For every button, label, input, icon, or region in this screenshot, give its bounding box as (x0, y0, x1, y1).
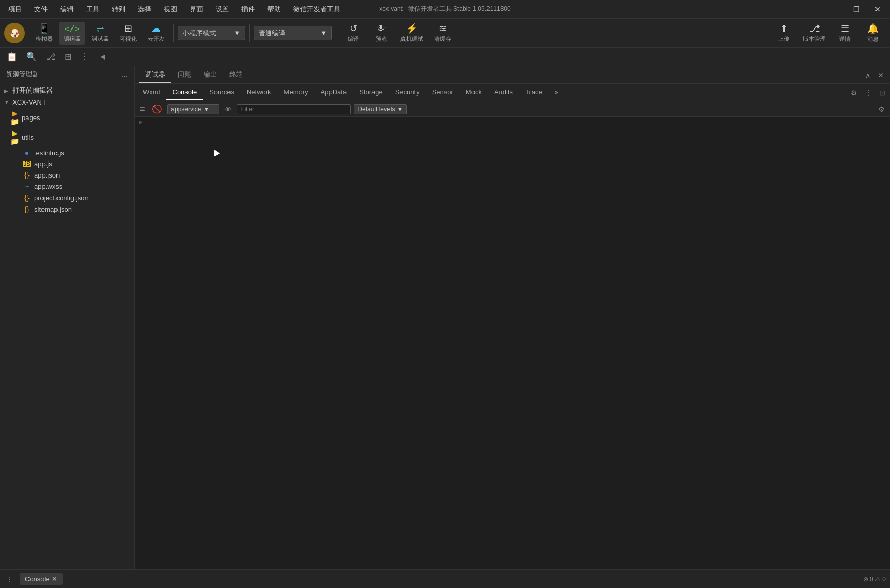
menu-help[interactable]: 帮助 (265, 4, 283, 15)
preview-button[interactable]: 👁 预览 (368, 21, 394, 45)
minimize-button[interactable]: — (828, 4, 842, 14)
sidebar-more-button[interactable]: ... (121, 69, 128, 79)
tree-item-app-wxss[interactable]: ~ app.wxss (0, 181, 134, 192)
detail-label: 详情 (839, 35, 851, 43)
status-more-button[interactable]: ⋮ (4, 574, 16, 584)
tree-item-utils[interactable]: ▶ 📁 utils (0, 127, 134, 147)
maximize-button[interactable]: ❐ (850, 4, 863, 14)
tab-debugger[interactable]: 调试器 (139, 67, 171, 83)
appservice-arrow: ▼ (203, 106, 209, 113)
iconbar-grid[interactable]: ⊞ (62, 50, 74, 63)
menu-edit[interactable]: 编辑 (58, 4, 76, 15)
devtools-tabs: Wxml Console Sources Network Memory AppD… (135, 84, 890, 101)
menu-view[interactable]: 视图 (162, 4, 179, 15)
menu-select[interactable]: 选择 (136, 4, 153, 15)
devtools-tab-sensor[interactable]: Sensor (426, 85, 460, 100)
tree-item-sitemap[interactable]: {} sitemap.json (0, 203, 134, 215)
tab-output[interactable]: 输出 (197, 67, 223, 83)
tree-item-project-config[interactable]: {} project.config.json (0, 192, 134, 203)
devtools-tab-sources[interactable]: Sources (203, 85, 240, 100)
section-open-editors[interactable]: ▶ 打开的编辑器 (0, 84, 134, 97)
menu-project[interactable]: 项目 (6, 4, 24, 15)
tree-item-app-json[interactable]: {} app.json (0, 169, 134, 181)
tab-issue[interactable]: 问题 (171, 67, 197, 83)
sidebar-header: 资源管理器 ... (0, 66, 134, 82)
toolbar-divider-2 (249, 24, 250, 42)
chevron-open-editors: ▶ (4, 88, 10, 94)
level-value: Default levels (357, 106, 395, 113)
mode-selector[interactable]: 小程序模式 ▼ (178, 26, 245, 40)
editor-icon: </> (65, 24, 80, 34)
json-icon-1: {} (23, 171, 31, 179)
filter-input[interactable] (237, 104, 351, 114)
appservice-selector[interactable]: appservice ▼ (167, 104, 219, 114)
level-arrow: ▼ (397, 106, 403, 113)
menu-file[interactable]: 文件 (32, 4, 50, 15)
menu-goto[interactable]: 转到 (110, 4, 127, 15)
panel-close-button[interactable]: ✕ (875, 70, 886, 80)
devtools-tab-network[interactable]: Network (240, 85, 278, 100)
notification-button[interactable]: 🔔 消息 (860, 21, 886, 45)
devtools-tab-security[interactable]: Security (389, 85, 426, 100)
iconbar-search[interactable]: 🔍 (24, 50, 39, 63)
clear-cache-button[interactable]: ≋ 清缓存 (429, 21, 455, 45)
devtools-more-button[interactable]: ⋮ (862, 87, 874, 98)
menu-interface[interactable]: 界面 (188, 4, 205, 15)
real-debug-icon: ⚡ (406, 23, 418, 34)
cloud-tool[interactable]: ☁ 云开发 (143, 21, 169, 45)
iconbar-back[interactable]: ◄ (96, 51, 109, 63)
tab-terminal[interactable]: 终端 (223, 67, 249, 83)
json-icon-2: {} (23, 194, 31, 202)
version-button[interactable]: ⎇ 版本管理 (799, 21, 830, 45)
console-toolbar-right: ⚙ (876, 105, 887, 113)
section-xcx-vant[interactable]: ▼ XCX-VANT (0, 97, 134, 108)
upload-button[interactable]: ⬆ 上传 (771, 21, 797, 45)
devtools-expand-button[interactable]: ⊡ (877, 87, 888, 98)
devtools-tab-console[interactable]: Console (166, 85, 204, 100)
visual-tool[interactable]: ⊞ 可视化 (115, 21, 141, 45)
console-settings-button[interactable]: ⚙ (876, 104, 887, 114)
upload-label: 上传 (778, 35, 789, 43)
devtools-tab-mock[interactable]: Mock (460, 85, 488, 100)
menu-plugin[interactable]: 插件 (239, 4, 257, 15)
devtools-tab-memory[interactable]: Memory (278, 85, 314, 100)
devtools-tab-storage[interactable]: Storage (353, 85, 389, 100)
tree-item-pages[interactable]: ▶ 📁 pages (0, 108, 134, 127)
compile-button[interactable]: ↺ 编译 (340, 21, 366, 45)
preview-label: 预览 (376, 35, 387, 43)
wxss-icon: ~ (23, 182, 31, 190)
status-bar: ⋮ Console ✕ ⊗ 0 ⚠ 0 (0, 569, 890, 588)
compile-label: 编译 (348, 35, 359, 43)
menu-wechat-devtools[interactable]: 微信开发者工具 (291, 4, 342, 15)
compile-selector[interactable]: 普通编译 ▼ (254, 26, 332, 40)
app-json-label: app.json (34, 171, 60, 179)
close-button[interactable]: ✕ (871, 4, 884, 14)
simulator-tool[interactable]: 📱 模拟器 (31, 21, 57, 45)
console-sidebar-toggle[interactable]: ≡ (138, 104, 147, 115)
devtools-tab-more[interactable]: » (549, 85, 565, 100)
level-selector[interactable]: Default levels ▼ (354, 104, 407, 114)
iconbar-branch[interactable]: ⎇ (44, 50, 58, 63)
console-eye-button[interactable]: 👁 (222, 104, 234, 114)
devtools-settings-button[interactable]: ⚙ (848, 87, 860, 98)
menu-tool[interactable]: 工具 (84, 4, 102, 15)
iconbar-dots[interactable]: ⋮ (78, 50, 92, 63)
devtools-tab-appdata[interactable]: AppData (314, 85, 353, 100)
panel-expand-button[interactable]: ∧ (863, 70, 872, 80)
tree-item-eslintrc[interactable]: ● .eslintrc.js (0, 147, 134, 158)
console-clear-button[interactable]: 🚫 (150, 103, 164, 115)
devtools-tab-audits[interactable]: Audits (488, 85, 519, 100)
real-debug-button[interactable]: ⚡ 真机调试 (396, 21, 427, 45)
tree-item-app-js[interactable]: JS app.js (0, 158, 134, 169)
debugger-tool[interactable]: ⇌ 调试器 (87, 22, 113, 45)
devtools-tab-trace[interactable]: Trace (519, 85, 549, 100)
console-tab-item[interactable]: Console ✕ (20, 573, 63, 585)
devtools-tab-wxml[interactable]: Wxml (137, 85, 166, 100)
toolbar-divider-3 (336, 24, 336, 42)
detail-button[interactable]: ☰ 详情 (832, 21, 858, 45)
iconbar-copy[interactable]: 📋 (4, 50, 20, 63)
editor-tool[interactable]: </> 编辑器 (59, 22, 85, 45)
console-tab-close[interactable]: ✕ (52, 575, 58, 583)
menu-settings[interactable]: 设置 (213, 4, 231, 15)
console-prompt-line[interactable] (139, 119, 886, 125)
